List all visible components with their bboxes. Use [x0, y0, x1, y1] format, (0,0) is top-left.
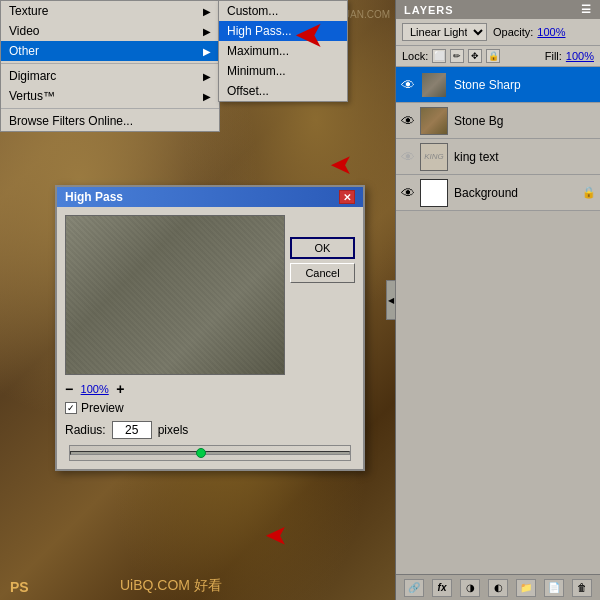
adjustment-btn[interactable]: ◐	[488, 579, 508, 597]
zoom-in-btn[interactable]: +	[116, 381, 124, 397]
fx-btn[interactable]: fx	[432, 579, 452, 597]
zoom-out-btn[interactable]: −	[65, 381, 73, 397]
arrow-icon: ▶	[203, 46, 211, 57]
panel-collapse-btn[interactable]: ◀	[386, 280, 396, 320]
visibility-icon-king-text[interactable]: 👁	[400, 149, 416, 165]
lock-all-icon[interactable]: 🔒	[486, 49, 500, 63]
cancel-button[interactable]: Cancel	[290, 263, 355, 283]
radius-row: Radius: pixels	[65, 421, 355, 439]
lock-label: Lock:	[402, 50, 428, 62]
new-layer-btn[interactable]: 📄	[544, 579, 564, 597]
layer-thumb-king-text: KING	[420, 143, 448, 171]
preview-checkbox-row: ✓ Preview	[65, 401, 285, 415]
fill-label: Fill:	[545, 50, 562, 62]
dialog-title-text: High Pass	[65, 190, 123, 204]
mask-btn[interactable]: ◑	[460, 579, 480, 597]
menu-item-digimarc[interactable]: Digimarc ▶	[1, 66, 219, 86]
delete-layer-btn[interactable]: 🗑	[572, 579, 592, 597]
group-btn[interactable]: 📁	[516, 579, 536, 597]
preview-checkbox[interactable]: ✓	[65, 402, 77, 414]
arrow-icon: ▶	[203, 26, 211, 37]
layer-row-king-text[interactable]: 👁 KING king text	[396, 139, 600, 175]
layer-row-stone-bg[interactable]: 👁 Stone Bg	[396, 103, 600, 139]
link-layers-btn[interactable]: 🔗	[404, 579, 424, 597]
menu-item-video[interactable]: Video ▶	[1, 21, 219, 41]
layer-name-stone-sharp: Stone Sharp	[454, 78, 596, 92]
slider-track	[70, 451, 350, 455]
menu-item-browse[interactable]: Browse Filters Online...	[1, 111, 219, 131]
layers-toolbar: 🔗 fx ◑ ◐ 📁 📄 🗑	[396, 574, 600, 600]
submenu-item-maximum[interactable]: Maximum...	[219, 41, 347, 61]
radius-unit: pixels	[158, 423, 189, 437]
preview-texture	[66, 216, 284, 374]
zoom-value[interactable]: 100%	[77, 383, 112, 395]
other-submenu: Custom... High Pass... Maximum... Minimu…	[218, 0, 348, 102]
mask-icon: ◑	[466, 582, 475, 593]
fx-icon: fx	[438, 582, 447, 593]
radius-slider[interactable]	[69, 445, 351, 461]
lock-controls-row: Lock: ⬜ ✏ ✥ 🔒 Fill: 100%	[396, 46, 600, 67]
arrow-icon: ▶	[203, 6, 211, 17]
dialog-title-bar: High Pass ✕	[57, 187, 363, 207]
submenu-item-highpass[interactable]: High Pass...	[219, 21, 347, 41]
arrow-icon: ▶	[203, 71, 211, 82]
ok-button[interactable]: OK	[290, 237, 355, 259]
dialog-preview-area[interactable]	[65, 215, 285, 375]
layers-menu-icon[interactable]: ☰	[581, 3, 592, 16]
dialog-body: − 100% + ✓ Preview OK Cancel Radius: pix…	[57, 207, 363, 469]
menu-divider	[1, 63, 219, 64]
visibility-icon-stone-sharp[interactable]: 👁	[400, 77, 416, 93]
menu-item-other[interactable]: Other ▶	[1, 41, 219, 61]
layer-row-stone-sharp[interactable]: 👁 Stone Sharp	[396, 67, 600, 103]
menu-divider-2	[1, 108, 219, 109]
opacity-value[interactable]: 100%	[537, 26, 565, 38]
visibility-icon-background[interactable]: 👁	[400, 185, 416, 201]
adjustment-icon: ◐	[494, 582, 503, 593]
dialog-action-buttons: OK Cancel	[290, 237, 355, 283]
delete-icon: 🗑	[577, 582, 587, 593]
radius-slider-container	[65, 445, 355, 461]
dialog-close-button[interactable]: ✕	[339, 190, 355, 204]
filter-menu: Texture ▶ Video ▶ Other ▶ Digimarc ▶ Ver…	[0, 0, 220, 132]
layers-header: LAYERS ☰	[396, 0, 600, 19]
layer-row-background[interactable]: 👁 Background 🔒	[396, 175, 600, 211]
visibility-icon-stone-bg[interactable]: 👁	[400, 113, 416, 129]
preview-label: Preview	[81, 401, 124, 415]
menu-item-texture[interactable]: Texture ▶	[1, 1, 219, 21]
layer-thumb-stone-sharp	[420, 71, 448, 99]
blend-mode-row: Linear Light Normal Multiply Opacity: 10…	[396, 19, 600, 46]
fill-value[interactable]: 100%	[566, 50, 594, 62]
link-icon: 🔗	[408, 582, 420, 593]
new-layer-icon: 📄	[548, 582, 560, 593]
lock-transparent-icon[interactable]: ⬜	[432, 49, 446, 63]
blend-mode-select[interactable]: Linear Light Normal Multiply	[402, 23, 487, 41]
submenu-item-custom[interactable]: Custom...	[219, 1, 347, 21]
layers-panel: ◀ LAYERS ☰ Linear Light Normal Multiply …	[395, 0, 600, 600]
lock-paint-icon[interactable]: ✏	[450, 49, 464, 63]
layer-thumb-background	[420, 179, 448, 207]
layer-name-stone-bg: Stone Bg	[454, 114, 596, 128]
submenu-item-minimum[interactable]: Minimum...	[219, 61, 347, 81]
opacity-label: Opacity:	[493, 26, 533, 38]
group-icon: 📁	[520, 582, 532, 593]
submenu-item-offset[interactable]: Offset...	[219, 81, 347, 101]
layer-thumb-stone-bg	[420, 107, 448, 135]
zoom-controls: − 100% +	[65, 381, 285, 397]
lock-move-icon[interactable]: ✥	[468, 49, 482, 63]
menu-item-vertus[interactable]: Vertus™ ▶	[1, 86, 219, 106]
high-pass-dialog: High Pass ✕ − 100% + ✓ Preview	[55, 185, 365, 471]
radius-label: Radius:	[65, 423, 106, 437]
arrow-icon: ▶	[203, 91, 211, 102]
layer-name-background: Background	[454, 186, 582, 200]
lock-icon-background: 🔒	[582, 186, 596, 199]
radius-input[interactable]	[112, 421, 152, 439]
layers-title: LAYERS	[404, 4, 454, 16]
slider-thumb[interactable]	[196, 448, 206, 458]
layer-name-king-text: king text	[454, 150, 596, 164]
